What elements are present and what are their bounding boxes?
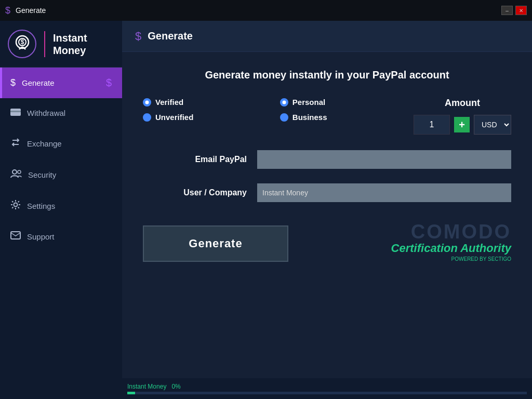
sidebar-item-exchange[interactable]: Exchange bbox=[0, 128, 122, 159]
envelope-icon bbox=[10, 231, 21, 242]
sidebar-item-support[interactable]: Support bbox=[0, 222, 122, 251]
sidebar-item-generate-label: Generate bbox=[22, 78, 55, 87]
title-bar-controls: – ✕ bbox=[501, 6, 527, 15]
email-form-row: Email PayPal bbox=[143, 150, 511, 169]
currency-select[interactable]: USD EUR GBP bbox=[474, 115, 511, 135]
company-input[interactable] bbox=[257, 183, 511, 202]
svg-point-6 bbox=[18, 170, 21, 174]
account-type-radio-group: Personal Business bbox=[280, 98, 327, 122]
close-button[interactable]: ✕ bbox=[515, 6, 527, 15]
logo-divider bbox=[44, 31, 45, 57]
amount-controls: + USD EUR GBP bbox=[414, 115, 511, 135]
personal-option[interactable]: Personal bbox=[280, 98, 327, 107]
minimize-button[interactable]: – bbox=[501, 6, 513, 15]
sidebar-item-security[interactable]: Security bbox=[0, 159, 122, 190]
email-input[interactable] bbox=[257, 150, 511, 169]
logo-text: Instant Money bbox=[53, 32, 87, 57]
sidebar-item-settings[interactable]: Settings bbox=[0, 190, 122, 222]
page-header: $ Generate bbox=[122, 21, 532, 52]
unverified-option[interactable]: Unverified bbox=[143, 113, 193, 122]
comodo-powered: POWERED BY SECTIGO bbox=[391, 256, 511, 262]
options-row: Verified Unverified Personal Bu bbox=[143, 98, 511, 135]
progress-bar-fill bbox=[127, 392, 135, 394]
verification-radio-group: Verified Unverified bbox=[143, 98, 193, 122]
app-container: $ Instant Money $ Generate $ Withdrawal bbox=[0, 21, 532, 399]
page-header-icon: $ bbox=[135, 30, 141, 43]
svg-point-5 bbox=[12, 170, 17, 174]
content-title: Generate money instantly in your PayPal … bbox=[143, 68, 511, 82]
sidebar-item-generate[interactable]: $ Generate $ bbox=[0, 68, 122, 98]
generate-dollar-icon: $ bbox=[106, 77, 112, 89]
company-label: User / Company bbox=[143, 188, 247, 197]
sidebar-item-exchange-label: Exchange bbox=[27, 139, 62, 148]
logo-area: $ Instant Money bbox=[0, 21, 122, 68]
sidebar: $ Instant Money $ Generate $ Withdrawal bbox=[0, 21, 122, 399]
personal-label: Personal bbox=[292, 98, 325, 107]
business-radio[interactable] bbox=[280, 113, 288, 122]
card-icon bbox=[10, 108, 21, 118]
dollar-icon: $ bbox=[10, 77, 16, 88]
generate-button[interactable]: Generate bbox=[143, 225, 288, 262]
progress-label-row: Instant Money 0% bbox=[127, 383, 527, 390]
page-header-title: Generate bbox=[148, 30, 193, 42]
verified-radio[interactable] bbox=[143, 98, 151, 107]
sidebar-item-settings-label: Settings bbox=[27, 202, 55, 210]
amount-label: Amount bbox=[445, 98, 480, 109]
company-form-row: User / Company bbox=[143, 183, 511, 202]
progress-bar-bg bbox=[127, 392, 527, 394]
unverified-label: Unverified bbox=[155, 113, 193, 122]
verified-label: Verified bbox=[155, 98, 183, 107]
title-bar-icon: $ bbox=[5, 5, 10, 16]
sidebar-item-withdrawal-label: Withdrawal bbox=[27, 109, 65, 117]
bottom-row: Generate COMODO Certification Authority … bbox=[143, 222, 511, 262]
business-label: Business bbox=[292, 113, 327, 122]
progress-percent: 0% bbox=[171, 383, 180, 390]
amount-section: Amount + USD EUR GBP bbox=[414, 98, 511, 135]
progress-area: Instant Money 0% bbox=[122, 378, 532, 399]
svg-text:$: $ bbox=[20, 38, 24, 46]
progress-label: Instant Money bbox=[127, 383, 166, 390]
title-bar-text: Generate bbox=[16, 6, 46, 15]
amount-input[interactable] bbox=[414, 115, 450, 135]
security-icon bbox=[10, 169, 22, 181]
email-label: Email PayPal bbox=[143, 155, 247, 164]
amount-plus-button[interactable]: + bbox=[454, 117, 470, 132]
content-area: Generate money instantly in your PayPal … bbox=[122, 52, 532, 399]
logo-svg: $ bbox=[12, 34, 33, 55]
exchange-icon bbox=[10, 137, 21, 150]
title-bar: $ Generate – ✕ bbox=[0, 0, 532, 21]
unverified-radio[interactable] bbox=[143, 113, 151, 122]
svg-point-7 bbox=[14, 203, 18, 207]
business-option[interactable]: Business bbox=[280, 113, 327, 122]
comodo-title: COMODO bbox=[391, 222, 511, 242]
main-content: $ Generate Generate money instantly in y… bbox=[122, 21, 532, 399]
svg-rect-4 bbox=[10, 111, 21, 112]
logo-icon: $ bbox=[8, 30, 36, 58]
personal-radio[interactable] bbox=[280, 98, 288, 107]
sidebar-item-support-label: Support bbox=[27, 232, 55, 241]
verified-option[interactable]: Verified bbox=[143, 98, 193, 107]
gear-icon bbox=[10, 200, 21, 212]
title-bar-left: $ Generate bbox=[5, 5, 46, 16]
sidebar-item-security-label: Security bbox=[28, 170, 56, 179]
svg-rect-8 bbox=[11, 232, 20, 239]
sidebar-item-withdrawal[interactable]: Withdrawal bbox=[0, 98, 122, 128]
comodo-subtitle: Certification Authority bbox=[391, 242, 511, 255]
comodo-section: COMODO Certification Authority POWERED B… bbox=[391, 222, 511, 262]
